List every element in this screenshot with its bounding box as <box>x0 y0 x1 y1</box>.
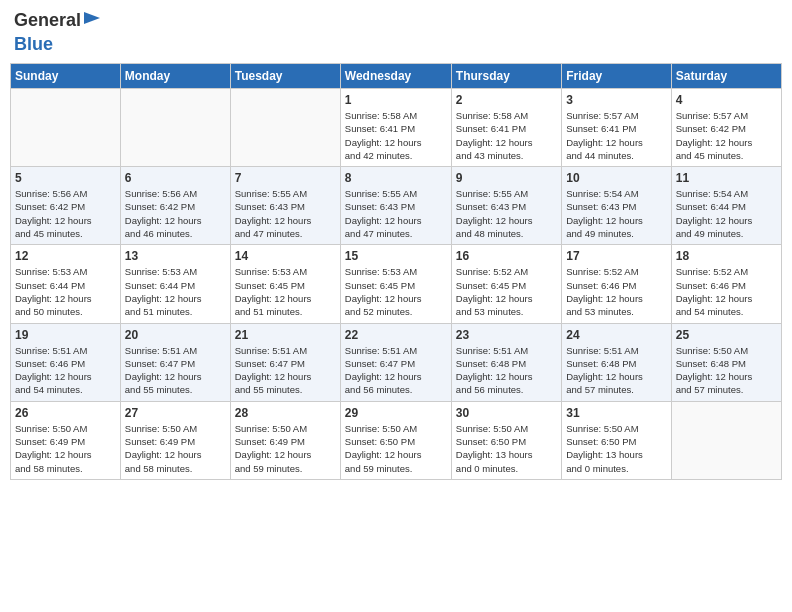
logo-blue: Blue <box>14 34 53 54</box>
calendar-week-row: 5Sunrise: 5:56 AM Sunset: 6:42 PM Daylig… <box>11 167 782 245</box>
day-info: Sunrise: 5:54 AM Sunset: 6:44 PM Dayligh… <box>676 187 777 240</box>
day-number: 19 <box>15 328 116 342</box>
day-number: 23 <box>456 328 557 342</box>
day-info: Sunrise: 5:51 AM Sunset: 6:48 PM Dayligh… <box>456 344 557 397</box>
day-number: 16 <box>456 249 557 263</box>
calendar-day-cell: 5Sunrise: 5:56 AM Sunset: 6:42 PM Daylig… <box>11 167 121 245</box>
day-info: Sunrise: 5:52 AM Sunset: 6:46 PM Dayligh… <box>566 265 666 318</box>
weekday-header-saturday: Saturday <box>671 64 781 89</box>
day-number: 24 <box>566 328 666 342</box>
day-info: Sunrise: 5:53 AM Sunset: 6:44 PM Dayligh… <box>15 265 116 318</box>
calendar-day-cell: 11Sunrise: 5:54 AM Sunset: 6:44 PM Dayli… <box>671 167 781 245</box>
day-info: Sunrise: 5:51 AM Sunset: 6:46 PM Dayligh… <box>15 344 116 397</box>
day-number: 6 <box>125 171 226 185</box>
logo-general: General <box>14 10 81 30</box>
day-info: Sunrise: 5:58 AM Sunset: 6:41 PM Dayligh… <box>456 109 557 162</box>
day-number: 1 <box>345 93 447 107</box>
calendar-day-cell <box>671 401 781 479</box>
calendar-week-row: 19Sunrise: 5:51 AM Sunset: 6:46 PM Dayli… <box>11 323 782 401</box>
day-info: Sunrise: 5:55 AM Sunset: 6:43 PM Dayligh… <box>345 187 447 240</box>
day-number: 26 <box>15 406 116 420</box>
weekday-header-thursday: Thursday <box>451 64 561 89</box>
weekday-header-tuesday: Tuesday <box>230 64 340 89</box>
day-number: 4 <box>676 93 777 107</box>
calendar-day-cell: 27Sunrise: 5:50 AM Sunset: 6:49 PM Dayli… <box>120 401 230 479</box>
calendar-day-cell: 22Sunrise: 5:51 AM Sunset: 6:47 PM Dayli… <box>340 323 451 401</box>
calendar-day-cell: 28Sunrise: 5:50 AM Sunset: 6:49 PM Dayli… <box>230 401 340 479</box>
day-info: Sunrise: 5:51 AM Sunset: 6:47 PM Dayligh… <box>125 344 226 397</box>
day-number: 2 <box>456 93 557 107</box>
day-number: 21 <box>235 328 336 342</box>
day-number: 15 <box>345 249 447 263</box>
logo-block: General Blue <box>14 10 107 55</box>
calendar-day-cell: 12Sunrise: 5:53 AM Sunset: 6:44 PM Dayli… <box>11 245 121 323</box>
day-info: Sunrise: 5:52 AM Sunset: 6:45 PM Dayligh… <box>456 265 557 318</box>
calendar-day-cell: 2Sunrise: 5:58 AM Sunset: 6:41 PM Daylig… <box>451 89 561 167</box>
calendar-day-cell: 4Sunrise: 5:57 AM Sunset: 6:42 PM Daylig… <box>671 89 781 167</box>
calendar-day-cell: 10Sunrise: 5:54 AM Sunset: 6:43 PM Dayli… <box>562 167 671 245</box>
calendar-day-cell: 8Sunrise: 5:55 AM Sunset: 6:43 PM Daylig… <box>340 167 451 245</box>
logo-flag-icon <box>82 10 106 34</box>
calendar-day-cell: 15Sunrise: 5:53 AM Sunset: 6:45 PM Dayli… <box>340 245 451 323</box>
page-header: General Blue <box>10 10 782 55</box>
calendar-day-cell: 17Sunrise: 5:52 AM Sunset: 6:46 PM Dayli… <box>562 245 671 323</box>
day-number: 8 <box>345 171 447 185</box>
day-info: Sunrise: 5:50 AM Sunset: 6:49 PM Dayligh… <box>125 422 226 475</box>
day-info: Sunrise: 5:50 AM Sunset: 6:50 PM Dayligh… <box>456 422 557 475</box>
day-number: 17 <box>566 249 666 263</box>
day-info: Sunrise: 5:57 AM Sunset: 6:41 PM Dayligh… <box>566 109 666 162</box>
calendar-day-cell: 30Sunrise: 5:50 AM Sunset: 6:50 PM Dayli… <box>451 401 561 479</box>
day-info: Sunrise: 5:56 AM Sunset: 6:42 PM Dayligh… <box>15 187 116 240</box>
day-info: Sunrise: 5:55 AM Sunset: 6:43 PM Dayligh… <box>235 187 336 240</box>
weekday-header-wednesday: Wednesday <box>340 64 451 89</box>
calendar-week-row: 1Sunrise: 5:58 AM Sunset: 6:41 PM Daylig… <box>11 89 782 167</box>
calendar-day-cell: 16Sunrise: 5:52 AM Sunset: 6:45 PM Dayli… <box>451 245 561 323</box>
day-number: 28 <box>235 406 336 420</box>
day-info: Sunrise: 5:56 AM Sunset: 6:42 PM Dayligh… <box>125 187 226 240</box>
weekday-header-friday: Friday <box>562 64 671 89</box>
calendar-day-cell: 26Sunrise: 5:50 AM Sunset: 6:49 PM Dayli… <box>11 401 121 479</box>
day-info: Sunrise: 5:55 AM Sunset: 6:43 PM Dayligh… <box>456 187 557 240</box>
calendar-day-cell: 21Sunrise: 5:51 AM Sunset: 6:47 PM Dayli… <box>230 323 340 401</box>
svg-marker-0 <box>84 12 100 24</box>
day-info: Sunrise: 5:58 AM Sunset: 6:41 PM Dayligh… <box>345 109 447 162</box>
day-info: Sunrise: 5:52 AM Sunset: 6:46 PM Dayligh… <box>676 265 777 318</box>
calendar-day-cell: 9Sunrise: 5:55 AM Sunset: 6:43 PM Daylig… <box>451 167 561 245</box>
day-info: Sunrise: 5:51 AM Sunset: 6:48 PM Dayligh… <box>566 344 666 397</box>
day-info: Sunrise: 5:53 AM Sunset: 6:45 PM Dayligh… <box>345 265 447 318</box>
calendar-day-cell: 7Sunrise: 5:55 AM Sunset: 6:43 PM Daylig… <box>230 167 340 245</box>
day-info: Sunrise: 5:51 AM Sunset: 6:47 PM Dayligh… <box>345 344 447 397</box>
calendar-day-cell: 1Sunrise: 5:58 AM Sunset: 6:41 PM Daylig… <box>340 89 451 167</box>
day-number: 30 <box>456 406 557 420</box>
calendar-day-cell: 23Sunrise: 5:51 AM Sunset: 6:48 PM Dayli… <box>451 323 561 401</box>
day-number: 9 <box>456 171 557 185</box>
day-info: Sunrise: 5:53 AM Sunset: 6:45 PM Dayligh… <box>235 265 336 318</box>
day-number: 7 <box>235 171 336 185</box>
day-info: Sunrise: 5:50 AM Sunset: 6:49 PM Dayligh… <box>235 422 336 475</box>
calendar-day-cell <box>11 89 121 167</box>
day-info: Sunrise: 5:57 AM Sunset: 6:42 PM Dayligh… <box>676 109 777 162</box>
calendar-day-cell: 25Sunrise: 5:50 AM Sunset: 6:48 PM Dayli… <box>671 323 781 401</box>
day-number: 20 <box>125 328 226 342</box>
day-number: 25 <box>676 328 777 342</box>
calendar-week-row: 26Sunrise: 5:50 AM Sunset: 6:49 PM Dayli… <box>11 401 782 479</box>
calendar-day-cell: 31Sunrise: 5:50 AM Sunset: 6:50 PM Dayli… <box>562 401 671 479</box>
calendar-week-row: 12Sunrise: 5:53 AM Sunset: 6:44 PM Dayli… <box>11 245 782 323</box>
day-number: 31 <box>566 406 666 420</box>
calendar-day-cell: 18Sunrise: 5:52 AM Sunset: 6:46 PM Dayli… <box>671 245 781 323</box>
day-number: 10 <box>566 171 666 185</box>
day-info: Sunrise: 5:50 AM Sunset: 6:50 PM Dayligh… <box>345 422 447 475</box>
day-info: Sunrise: 5:50 AM Sunset: 6:49 PM Dayligh… <box>15 422 116 475</box>
calendar-day-cell: 29Sunrise: 5:50 AM Sunset: 6:50 PM Dayli… <box>340 401 451 479</box>
day-number: 18 <box>676 249 777 263</box>
day-number: 14 <box>235 249 336 263</box>
day-info: Sunrise: 5:54 AM Sunset: 6:43 PM Dayligh… <box>566 187 666 240</box>
calendar-day-cell: 3Sunrise: 5:57 AM Sunset: 6:41 PM Daylig… <box>562 89 671 167</box>
day-number: 27 <box>125 406 226 420</box>
day-number: 29 <box>345 406 447 420</box>
calendar-day-cell: 13Sunrise: 5:53 AM Sunset: 6:44 PM Dayli… <box>120 245 230 323</box>
calendar-day-cell: 20Sunrise: 5:51 AM Sunset: 6:47 PM Dayli… <box>120 323 230 401</box>
calendar-day-cell <box>120 89 230 167</box>
day-number: 12 <box>15 249 116 263</box>
calendar-day-cell <box>230 89 340 167</box>
